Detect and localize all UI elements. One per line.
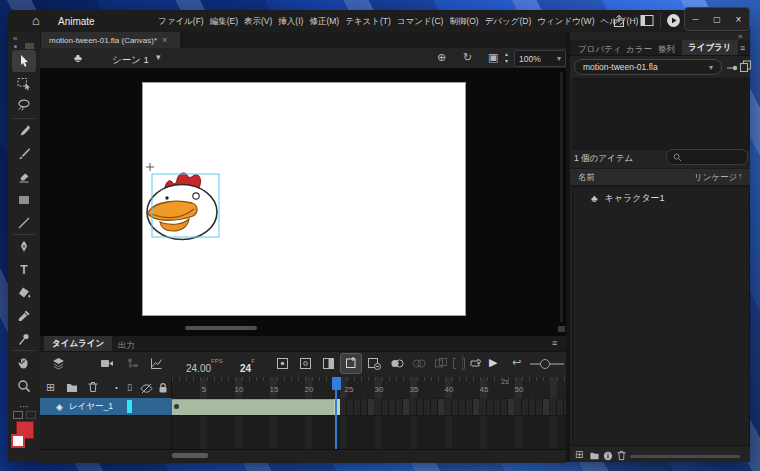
playhead-marker[interactable] — [332, 377, 341, 390]
rotate-view-icon[interactable]: ↻ — [463, 52, 472, 63]
menu-insert[interactable]: 挿入(I) — [278, 16, 303, 28]
tab-library[interactable]: ライブラリ — [682, 40, 738, 55]
library-properties-icon[interactable] — [603, 451, 613, 461]
insert-keyframe-button[interactable] — [276, 357, 289, 370]
delete-layer-icon[interactable] — [87, 381, 99, 393]
library-delete-icon[interactable] — [616, 450, 627, 461]
stepper-up-icon[interactable]: ▴ — [505, 50, 508, 57]
library-scrollbar-thumb[interactable] — [630, 455, 740, 458]
workspace-icon[interactable] — [640, 14, 654, 27]
lock-column-icon[interactable] — [157, 382, 169, 394]
default-colors-icon[interactable] — [13, 411, 23, 419]
library-panel-menu-icon[interactable]: ≡ — [740, 44, 745, 53]
tab-output[interactable]: 出力 — [118, 340, 135, 352]
line-tool[interactable] — [8, 213, 40, 233]
test-movie-icon[interactable] — [666, 13, 681, 28]
layer-outline-color-swatch[interactable] — [127, 400, 132, 413]
zoom-level-select[interactable]: 100% ▾ — [514, 50, 566, 67]
paint-bucket-tool[interactable] — [8, 283, 40, 303]
tab-timeline[interactable]: タイムライン — [44, 336, 112, 351]
menu-view[interactable]: 表示(V) — [244, 16, 272, 28]
pin-library-icon[interactable] — [727, 64, 738, 72]
eyedropper-tool[interactable] — [8, 306, 40, 326]
column-linkage[interactable]: リンケージ — [694, 172, 737, 184]
rewind-button[interactable]: ↩ — [512, 356, 521, 369]
tab-close-icon[interactable]: × — [162, 35, 167, 45]
linkage-sort-icon[interactable]: ↑ — [738, 171, 742, 181]
insert-blank-keyframe-button[interactable] — [299, 357, 312, 370]
eraser-tool[interactable] — [8, 167, 40, 187]
loop-playback-button[interactable] — [468, 357, 482, 370]
auto-keyframe-button[interactable] — [340, 353, 362, 374]
timeline-scrollbar-track[interactable] — [40, 449, 566, 463]
menu-control[interactable]: 制御(O) — [449, 16, 478, 28]
home-icon[interactable]: ⌂ — [32, 14, 40, 27]
zoom-stepper[interactable]: ▴ ▾ — [505, 50, 508, 64]
close-button[interactable]: × — [728, 8, 749, 30]
library-new-item-icon[interactable]: ⊞ — [575, 450, 583, 460]
play-button[interactable]: ▶ — [489, 356, 497, 369]
scene-caret-icon[interactable]: ▾ — [156, 53, 161, 62]
menu-debug[interactable]: デバッグ(D) — [485, 16, 532, 28]
swap-colors-icon[interactable] — [26, 411, 36, 419]
classic-brush-tool[interactable] — [8, 144, 40, 164]
scene-name[interactable]: シーン 1 — [112, 54, 149, 67]
text-tool[interactable]: T — [8, 260, 40, 280]
horizontal-scrollbar[interactable] — [185, 326, 257, 330]
document-tab[interactable]: motion-tween-01.fla (Canvas)* × — [40, 32, 180, 48]
selection-tool[interactable] — [8, 51, 40, 71]
pen-tool[interactable] — [8, 237, 40, 257]
timeline-panel-menu-icon[interactable]: ≡ — [552, 339, 557, 348]
share-icon[interactable] — [612, 14, 626, 28]
library-item-row[interactable]: ♣ キャラクター1 — [573, 190, 749, 207]
edit-multiple-frames-button[interactable] — [434, 357, 448, 370]
menu-file[interactable]: ファイル(F) — [158, 16, 204, 28]
collapse-tools-icon[interactable]: « — [13, 34, 17, 43]
rectangle-tool[interactable] — [8, 190, 40, 210]
new-folder-icon[interactable] — [66, 382, 78, 393]
frame-count[interactable]: 24F — [240, 358, 255, 376]
highlight-column-icon[interactable]: • — [115, 384, 118, 392]
stage-object-chicken[interactable] — [138, 158, 230, 246]
insert-frame-button[interactable] — [322, 357, 335, 370]
menu-commands[interactable]: コマンド(C) — [397, 16, 444, 28]
minimize-button[interactable]: ─ — [685, 8, 706, 30]
center-stage-icon[interactable]: ⊕ — [437, 52, 446, 63]
edit-scene-icon[interactable]: ♣ — [74, 52, 82, 64]
lasso-tool[interactable] — [8, 95, 40, 115]
add-camera-icon[interactable] — [100, 357, 114, 370]
onion-skin-outline-button[interactable] — [412, 357, 426, 370]
tab-properties[interactable]: プロパティ — [578, 44, 622, 56]
timeline-zoom-slider-handle[interactable] — [540, 359, 550, 369]
graph-editor-icon[interactable] — [150, 357, 163, 370]
fluid-brush-tool[interactable] — [8, 121, 40, 141]
tab-color[interactable]: カラー — [626, 44, 652, 56]
library-document-select[interactable]: motion-tween-01.fla ▾ — [574, 59, 722, 75]
stepper-down-icon[interactable]: ▾ — [505, 57, 508, 64]
library-search-input[interactable] — [666, 149, 748, 165]
tab-align[interactable]: 整列 — [658, 44, 675, 56]
layer-name[interactable]: レイヤー_1 — [69, 401, 113, 413]
maximize-button[interactable]: ▢ — [706, 8, 727, 30]
stroke-color-swatch[interactable] — [11, 434, 25, 448]
new-library-panel-icon[interactable] — [740, 60, 751, 72]
free-transform-tool[interactable] — [8, 73, 40, 93]
layer-depth-icon[interactable] — [52, 357, 65, 370]
hand-tool[interactable] — [8, 353, 40, 373]
frame-rate[interactable]: 24.00FPS — [186, 358, 223, 376]
hide-column-icon[interactable] — [140, 383, 153, 394]
layer-row[interactable]: ◈ レイヤー_1 — [40, 398, 172, 415]
library-item-list[interactable]: ♣ キャラクター1 — [572, 186, 750, 446]
vertical-scrollbar[interactable] — [560, 72, 563, 322]
layer-parenting-icon[interactable] — [126, 357, 139, 370]
onion-range-button[interactable] — [452, 357, 466, 370]
menu-text[interactable]: テキスト(T) — [345, 16, 391, 28]
library-new-folder-icon[interactable] — [589, 451, 600, 460]
asset-warp-tool[interactable] — [8, 329, 40, 349]
frame-span[interactable] — [172, 399, 340, 415]
keyframe-dot[interactable] — [174, 404, 179, 409]
zoom-tool[interactable] — [8, 376, 40, 396]
new-layer-icon[interactable]: ⊞ — [46, 382, 55, 393]
column-name[interactable]: 名前 — [578, 172, 595, 184]
menu-modify[interactable]: 修正(M) — [309, 16, 339, 28]
